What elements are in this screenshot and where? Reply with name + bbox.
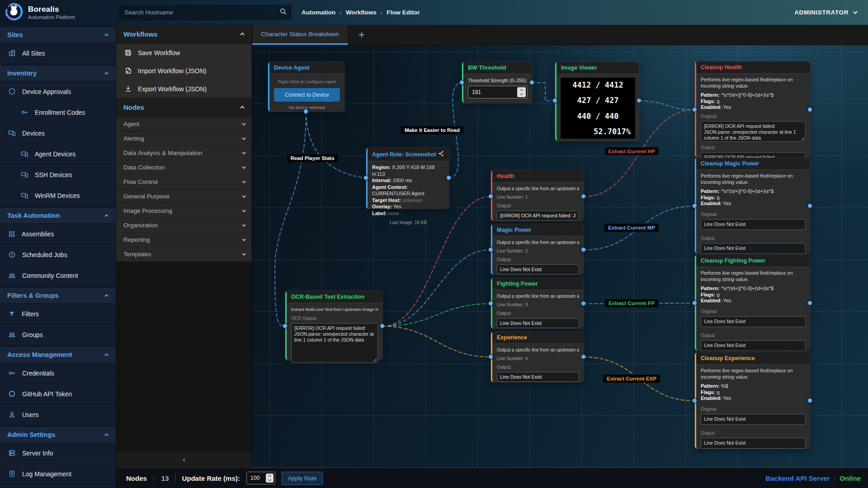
update-rate-input[interactable] — [250, 475, 266, 481]
edge-label-extract-current-mp[interactable]: Extract Current MP — [604, 224, 659, 232]
search-input[interactable] — [124, 9, 279, 16]
handle-experience-out[interactable] — [581, 354, 586, 359]
node-category-general-purpose[interactable]: General Purpose — [116, 189, 252, 204]
export-workflow-button[interactable]: Export Workflow (JSON) — [116, 80, 252, 98]
sidebar-section-inventory[interactable]: Inventory — [0, 66, 116, 81]
handle-fighting-in[interactable] — [488, 301, 493, 306]
sidebar-item-server-info[interactable]: Server Info — [0, 442, 116, 463]
output-textarea[interactable]: Line Does Not Exist — [701, 243, 806, 254]
number-stepper[interactable] — [517, 87, 526, 97]
breadcrumb-automation[interactable]: Automation — [302, 9, 335, 16]
connect-to-device-button[interactable]: Connect to Device — [274, 88, 340, 102]
edge-device-agent-to-agent-role[interactable] — [306, 112, 366, 178]
node-category-reporting[interactable]: Reporting — [116, 233, 252, 247]
handle-fighting-out[interactable] — [581, 301, 586, 306]
edge-ocr-to-experience[interactable] — [382, 326, 491, 357]
sidebar-item-ssh-devices[interactable]: SSH Devices — [0, 164, 116, 185]
handle-agent-role-in[interactable] — [363, 175, 368, 180]
number-stepper[interactable] — [266, 474, 274, 483]
edge-label-read-player-stats[interactable]: Read Player Stats — [287, 154, 338, 162]
add-tab-button[interactable]: + — [348, 25, 375, 45]
workflows-section-header[interactable]: Workflows — [116, 25, 252, 44]
handle-agent-role-out[interactable] — [446, 175, 451, 180]
handle-ocr-in[interactable] — [283, 324, 288, 328]
edge-label-extract-current-hp[interactable]: Extract Current HP — [605, 147, 659, 155]
edge-label-extract-current-exp[interactable]: Extract Current EXP — [603, 375, 660, 383]
sidebar-item-assemblies[interactable]: Assemblies — [0, 223, 116, 244]
user-menu[interactable]: ADMINISTRATOR — [794, 9, 856, 16]
resize-grip-icon[interactable] — [373, 358, 377, 361]
edge-ocr-to-fighting[interactable] — [382, 304, 491, 326]
sidebar-item-community-content[interactable]: Community Content — [0, 265, 116, 286]
node-cleanup-health[interactable]: Cleanup Health Performs live regex-based… — [695, 61, 810, 157]
node-experience[interactable]: Experience Output a specific line from a… — [491, 332, 584, 382]
sidebar-section-admin-settings[interactable]: Admin Settings — [0, 427, 116, 442]
handle-magic-in[interactable] — [488, 247, 493, 252]
handle-ocr-out[interactable] — [380, 324, 385, 328]
sidebar-item-devices[interactable]: Devices — [0, 122, 116, 143]
node-category-templates[interactable]: Templates — [116, 247, 252, 262]
node-category-data-analysis[interactable]: Data Analysis & Manipulation — [116, 146, 252, 160]
node-cleanup-fighting-power[interactable]: Cleanup Fighting Power Performs live reg… — [695, 255, 810, 351]
threshold-input[interactable] — [472, 89, 517, 95]
sidebar-section-task-automation[interactable]: Task Automation — [0, 208, 116, 223]
handle-device-agent-out[interactable] — [303, 109, 308, 114]
output-textarea[interactable]: Line Does Not Exist — [701, 340, 806, 351]
ocr-output-textarea[interactable]: [ERROR] OCR API request failed: JSON.par… — [291, 323, 378, 363]
node-category-flow-control[interactable]: Flow Control — [116, 175, 252, 189]
panel-collapse-button[interactable]: ‹ — [116, 452, 252, 468]
sidebar-item-users[interactable]: Users — [0, 404, 116, 425]
breadcrumb-flow-editor[interactable]: Flow Editor — [387, 9, 420, 16]
node-device-agent[interactable]: Device Agent Right-Click to Configure Ag… — [268, 62, 344, 112]
edge-label-extract-current-fp[interactable]: Extract Current FP — [605, 299, 658, 307]
edge-label-make-it-easier-to-read[interactable]: Make it Easier to Read — [401, 126, 463, 134]
flow-canvas[interactable]: Read Player Stats Make it Easier to Read… — [252, 45, 868, 468]
original-textarea[interactable]: Line Does Not Exist — [701, 219, 806, 230]
edge-image-viewer-to-cleanup-health[interactable] — [639, 101, 695, 110]
handle-cleanup-magic-out[interactable] — [807, 203, 812, 208]
node-magic-power[interactable]: Magic Power Output a specific line from … — [491, 224, 584, 275]
node-ocr-text-extraction[interactable]: OCR-Based Text Extraction Extract Multi-… — [285, 291, 382, 360]
output-textarea[interactable]: Line Does Not Exist — [701, 438, 806, 449]
node-cleanup-magic-power[interactable]: Cleanup Magic Power Performs live regex-… — [695, 158, 810, 253]
handle-cleanup-magic-in[interactable] — [692, 203, 697, 208]
sidebar-item-enrollment-codes[interactable]: Enrollment Codes — [0, 102, 116, 122]
save-workflow-button[interactable]: Save Workflow — [116, 44, 252, 62]
handle-health-in[interactable] — [488, 194, 493, 199]
sidebar-item-github-api-token[interactable]: GitHub API Token — [0, 383, 116, 404]
sidebar-section-filters-groups[interactable]: Filters & Groups — [0, 288, 116, 303]
nodes-section-header[interactable]: Nodes — [116, 98, 252, 117]
sidebar-section-sites[interactable]: Sites — [0, 27, 116, 42]
handle-health-out[interactable] — [581, 194, 586, 199]
import-workflow-button[interactable]: Import Workflow (JSON) — [116, 62, 252, 80]
sidebar-item-credentials[interactable]: Credentials — [0, 362, 116, 383]
output-field[interactable] — [497, 211, 579, 221]
handle-experience-in[interactable] — [488, 354, 493, 359]
sidebar-item-page-template[interactable]: Page Template — [0, 484, 116, 488]
handle-image-viewer-in[interactable] — [552, 98, 557, 103]
handle-cleanup-fighting-in[interactable] — [692, 300, 697, 305]
handle-cleanup-experience-in[interactable] — [692, 398, 697, 403]
handle-cleanup-experience-out[interactable] — [807, 398, 812, 403]
search-icon[interactable] — [279, 8, 287, 17]
sidebar-item-winrm-devices[interactable]: WinRM Devices — [0, 185, 116, 206]
sidebar-item-all-sites[interactable]: All Sites — [0, 42, 116, 63]
sidebar-item-log-management[interactable]: Log Management — [0, 463, 116, 484]
sidebar-section-access-management[interactable]: Access Management — [0, 347, 116, 362]
output-field[interactable] — [497, 318, 579, 328]
node-category-data-collection[interactable]: Data Collection — [116, 160, 252, 175]
sidebar-item-device-approvals[interactable]: Device Approvals — [0, 81, 116, 102]
hostname-search[interactable] — [119, 5, 292, 20]
handle-bw-threshold-out[interactable] — [529, 80, 534, 85]
tab-character-status-breakdown[interactable]: Character Status Breakdown — [252, 25, 348, 45]
breadcrumb-workflows[interactable]: Workflows — [346, 9, 377, 16]
node-bw-threshold[interactable]: BW Threshold Threshold Strength (0–255): — [462, 62, 532, 103]
handle-cleanup-health-out[interactable] — [807, 107, 812, 112]
handle-bw-threshold-in[interactable] — [459, 80, 464, 85]
output-field[interactable] — [497, 372, 579, 382]
sidebar-item-filters[interactable]: Filters — [0, 303, 116, 324]
output-field[interactable] — [497, 264, 579, 274]
node-health[interactable]: Health Output a specific line from an up… — [491, 170, 584, 221]
sidebar-item-groups[interactable]: Groups — [0, 324, 116, 345]
node-cleanup-experience[interactable]: Cleanup Experience Performs live regex-b… — [695, 352, 810, 449]
